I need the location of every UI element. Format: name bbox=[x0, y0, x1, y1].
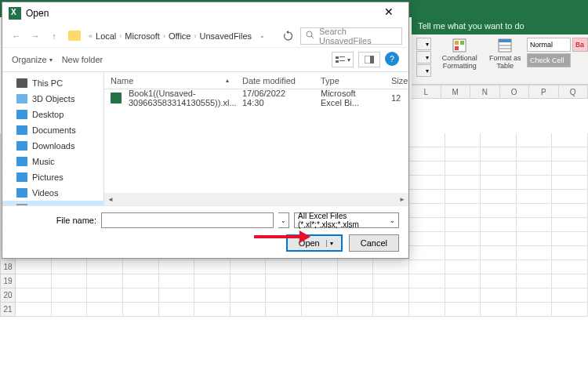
tree-item-3d-objects[interactable]: 3D Objects bbox=[2, 91, 103, 107]
cell[interactable] bbox=[481, 147, 517, 162]
new-folder-button[interactable]: New folder bbox=[62, 55, 103, 64]
cell[interactable] bbox=[16, 303, 52, 317]
tell-me-box[interactable]: Tell me what you want to do bbox=[412, 17, 588, 34]
filename-input[interactable] bbox=[101, 212, 274, 228]
cell[interactable] bbox=[87, 289, 123, 303]
cell[interactable] bbox=[481, 260, 517, 274]
cell[interactable] bbox=[517, 246, 553, 260]
tree-item-pictures[interactable]: Pictures bbox=[2, 169, 103, 185]
col-size[interactable]: Size bbox=[385, 72, 408, 89]
cell[interactable] bbox=[194, 303, 230, 317]
cell[interactable] bbox=[445, 260, 481, 274]
style-normal[interactable]: Normal bbox=[527, 38, 571, 52]
cell[interactable] bbox=[552, 176, 588, 190]
cell[interactable] bbox=[194, 274, 230, 289]
back-button[interactable]: ← bbox=[9, 28, 24, 44]
cell[interactable] bbox=[445, 274, 481, 289]
cell[interactable] bbox=[123, 274, 159, 289]
cell[interactable] bbox=[552, 260, 588, 274]
cancel-button[interactable]: Cancel bbox=[349, 234, 399, 252]
cell[interactable] bbox=[52, 260, 88, 274]
cell[interactable] bbox=[302, 274, 338, 289]
row-header[interactable]: 18 bbox=[0, 260, 16, 274]
cell[interactable] bbox=[552, 162, 588, 176]
cell[interactable] bbox=[552, 147, 588, 162]
cell[interactable] bbox=[373, 289, 409, 303]
cell[interactable] bbox=[517, 289, 553, 303]
open-button[interactable]: Open▾ bbox=[286, 234, 343, 252]
breadcrumb-seg[interactable]: UnsavedFiles bbox=[199, 31, 252, 41]
cell[interactable] bbox=[445, 190, 481, 204]
cell-styles-gallery[interactable]: Normal Ba Check Cell bbox=[527, 38, 588, 67]
breadcrumb-seg[interactable]: Local bbox=[96, 31, 116, 41]
cell[interactable] bbox=[409, 133, 445, 147]
cell[interactable] bbox=[445, 289, 481, 303]
cell[interactable] bbox=[481, 303, 517, 317]
cell[interactable] bbox=[409, 204, 445, 218]
cell[interactable] bbox=[16, 260, 52, 274]
cell[interactable] bbox=[230, 260, 267, 274]
row-header[interactable]: 19 bbox=[0, 274, 16, 289]
cell[interactable] bbox=[302, 289, 338, 303]
cell[interactable] bbox=[517, 218, 553, 232]
cell[interactable] bbox=[481, 204, 517, 218]
cell[interactable] bbox=[194, 289, 230, 303]
cell[interactable] bbox=[552, 190, 588, 204]
tree-item-videos[interactable]: Videos bbox=[2, 185, 103, 201]
cell[interactable] bbox=[230, 303, 267, 317]
cell[interactable] bbox=[552, 204, 588, 218]
cell[interactable] bbox=[481, 274, 517, 289]
cell[interactable] bbox=[159, 274, 195, 289]
breadcrumb-seg[interactable]: Microsoft bbox=[125, 31, 160, 41]
cell[interactable] bbox=[409, 260, 445, 274]
cell[interactable] bbox=[445, 204, 481, 218]
cell[interactable] bbox=[552, 133, 588, 147]
col-header[interactable]: P bbox=[529, 85, 559, 99]
style-check-cell[interactable]: Check Cell bbox=[527, 53, 571, 67]
cell[interactable] bbox=[16, 274, 52, 289]
cell[interactable] bbox=[266, 303, 302, 317]
ribbon-dropdown-1[interactable]: ▾ bbox=[416, 38, 431, 50]
cell[interactable] bbox=[481, 289, 517, 303]
cell[interactable] bbox=[409, 274, 445, 289]
cell[interactable] bbox=[338, 303, 374, 317]
cell[interactable] bbox=[194, 260, 230, 274]
cell[interactable] bbox=[481, 190, 517, 204]
cell[interactable] bbox=[338, 260, 374, 274]
cell[interactable] bbox=[445, 246, 481, 260]
cell[interactable] bbox=[52, 289, 88, 303]
ribbon-dropdown-3[interactable]: ▾ bbox=[416, 64, 431, 77]
cell[interactable] bbox=[445, 133, 481, 147]
tree-item-documents[interactable]: Documents bbox=[2, 122, 103, 138]
cell[interactable] bbox=[552, 232, 588, 246]
preview-pane-button[interactable] bbox=[358, 52, 380, 67]
cell[interactable] bbox=[266, 260, 302, 274]
row-header[interactable]: 20 bbox=[0, 289, 16, 303]
tree-item-desktop[interactable]: Desktop bbox=[2, 107, 103, 122]
refresh-button[interactable] bbox=[280, 27, 297, 45]
cell[interactable] bbox=[481, 218, 517, 232]
view-mode-button[interactable]: ▾ bbox=[332, 52, 354, 67]
organize-button[interactable]: Organize▾ bbox=[12, 55, 53, 64]
cell[interactable] bbox=[87, 274, 123, 289]
cell[interactable] bbox=[409, 147, 445, 162]
search-input[interactable]: Search UnsavedFiles bbox=[300, 27, 402, 45]
breadcrumb-seg[interactable]: Office bbox=[169, 31, 191, 41]
filename-dropdown[interactable]: ⌄ bbox=[278, 212, 289, 228]
cell[interactable] bbox=[481, 133, 517, 147]
cell[interactable] bbox=[52, 274, 88, 289]
cell[interactable] bbox=[266, 289, 302, 303]
cell[interactable] bbox=[373, 260, 409, 274]
cell[interactable] bbox=[517, 260, 553, 274]
cell[interactable] bbox=[16, 289, 52, 303]
cell[interactable] bbox=[552, 303, 588, 317]
file-type-filter[interactable]: All Excel Files (*.xl*;*.xlsx;*.xlsm⌄ bbox=[294, 212, 399, 228]
forward-button[interactable]: → bbox=[27, 28, 43, 44]
up-button[interactable]: ↑ bbox=[46, 28, 62, 44]
cell[interactable] bbox=[445, 303, 481, 317]
cell[interactable] bbox=[87, 303, 123, 317]
col-header[interactable]: N bbox=[470, 85, 500, 99]
cell[interactable] bbox=[517, 133, 553, 147]
cell[interactable] bbox=[409, 303, 445, 317]
cell[interactable] bbox=[445, 218, 481, 232]
